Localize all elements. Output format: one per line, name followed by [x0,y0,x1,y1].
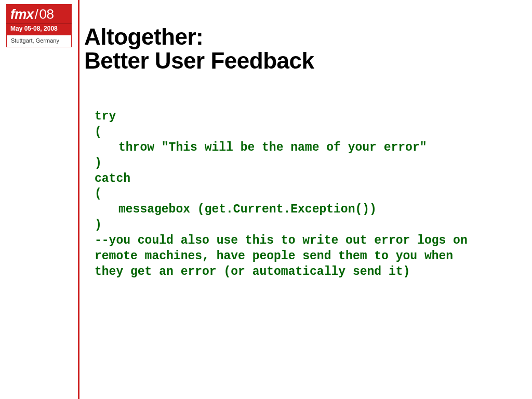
slide-title: Altogether: Better User Feedback [84,25,314,73]
logo-location: Stuttgart, Germany [6,35,72,47]
conference-logo: fmx/08 May 05-08, 2008 Stuttgart, German… [6,4,72,47]
code-line: --you could also use this to write out e… [95,234,468,247]
logo-date-line: May 05-08, 2008 [6,23,72,35]
logo-brand-year: 08 [39,6,54,22]
slide-title-line1: Altogether: [84,25,314,49]
code-line: ( [95,187,102,201]
logo-brand-slash: / [34,6,39,22]
code-line: ) [95,218,102,232]
slide-title-line2: Better User Feedback [84,49,314,73]
code-block: try ( throw "This will be the name of yo… [95,109,510,280]
sidebar-divider [78,0,79,399]
logo-brand-prefix: fmx [10,6,34,22]
code-line: messagebox (get.Current.Exception()) [95,203,377,216]
logo-brand: fmx/08 [6,4,72,23]
code-line: try [95,110,116,123]
slide-page: fmx/08 May 05-08, 2008 Stuttgart, German… [0,0,532,399]
code-line: they get an error (or automatically send… [95,265,410,278]
code-line: remote machines, have people send them t… [95,249,453,263]
code-line: ) [95,156,102,170]
code-line: throw "This will be the name of your err… [95,141,427,154]
code-line: catch [95,172,130,185]
code-line: ( [95,125,102,139]
